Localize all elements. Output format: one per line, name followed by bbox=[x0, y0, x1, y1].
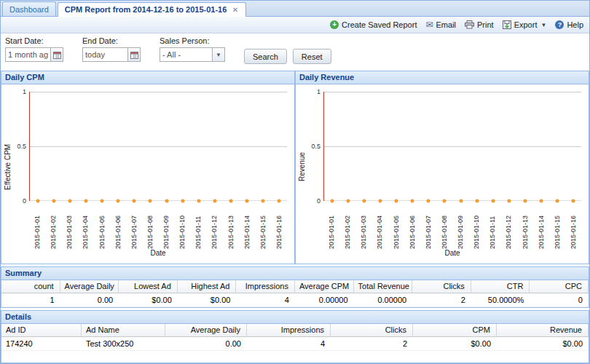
data-point bbox=[62, 92, 78, 201]
column-header[interactable]: Revenue bbox=[497, 324, 589, 337]
y-tick: 1 bbox=[317, 88, 320, 95]
column-header[interactable]: Ad Name bbox=[82, 324, 165, 337]
column-header[interactable]: Lowest Ad bbox=[119, 280, 178, 293]
tab-close-icon[interactable]: ✕ bbox=[231, 6, 239, 14]
column-header[interactable]: Average CPM bbox=[295, 280, 354, 293]
data-point bbox=[533, 92, 549, 201]
tab-cpm-report[interactable]: CPM Report from 2014-12-16 to 2015-01-16… bbox=[58, 2, 247, 17]
data-point bbox=[485, 92, 501, 201]
report-toolbar: + Create Saved Report ✉ Email Print bbox=[1, 17, 589, 33]
x-tick-label: 2015-01-03 bbox=[61, 203, 77, 249]
y-axis-title: Revenue bbox=[296, 84, 307, 249]
summary-cell: 1 bbox=[1, 293, 60, 307]
y-tick: 0.5 bbox=[17, 143, 26, 150]
end-date-input[interactable] bbox=[82, 47, 127, 62]
data-point bbox=[469, 92, 485, 201]
export-label: Export bbox=[514, 20, 538, 29]
end-date-calendar-icon[interactable] bbox=[127, 47, 141, 62]
summary-data-row[interactable]: 1 0.00 $0.00 $0.00 4 0.00000 0.00000 2 5… bbox=[1, 293, 589, 307]
data-point bbox=[191, 92, 207, 201]
column-header[interactable]: CPM bbox=[413, 324, 497, 337]
data-point bbox=[159, 92, 175, 201]
sales-person-select[interactable]: - All - bbox=[160, 47, 212, 62]
create-saved-report-button[interactable]: + Create Saved Report bbox=[330, 20, 417, 29]
column-header[interactable]: Clicks bbox=[412, 280, 471, 293]
email-label: Email bbox=[436, 20, 457, 29]
x-tick-label: 2015-01-04 bbox=[77, 203, 93, 249]
filter-actions: Search Reset bbox=[244, 49, 331, 64]
details-header-row: Ad ID Ad Name Average Daily Impressions … bbox=[1, 324, 589, 337]
data-point bbox=[207, 92, 223, 201]
summary-cell: 0.00000 bbox=[295, 293, 354, 307]
column-header[interactable]: CTR bbox=[471, 280, 530, 293]
data-point bbox=[436, 92, 452, 201]
chevron-down-icon: ▼ bbox=[540, 22, 546, 28]
daily-cpm-panel-title: Daily CPM bbox=[1, 71, 294, 84]
column-header[interactable]: Average Daily bbox=[165, 324, 247, 337]
details-cell: 174240 bbox=[1, 337, 82, 351]
y-tick: 0.5 bbox=[311, 143, 320, 150]
export-button[interactable]: Export ▼ bbox=[503, 20, 547, 29]
x-tick-label: 2015-01-14 bbox=[533, 203, 549, 249]
help-label: Help bbox=[567, 20, 583, 29]
envelope-icon: ✉ bbox=[425, 20, 433, 29]
x-tick-label: 2015-01-07 bbox=[126, 203, 142, 249]
column-header[interactable]: Total Revenue bbox=[354, 280, 413, 293]
details-panel-title: Details bbox=[1, 311, 589, 324]
column-header[interactable]: Ad ID bbox=[1, 324, 82, 337]
email-button[interactable]: ✉ Email bbox=[425, 20, 456, 29]
y-tick: 0 bbox=[23, 197, 26, 205]
column-header[interactable]: Highest Ad bbox=[178, 280, 237, 293]
x-tick-label: 2015-01-12 bbox=[500, 203, 516, 249]
x-tick-label: 2015-01-07 bbox=[420, 203, 436, 249]
x-tick-label: 2015-01-10 bbox=[468, 203, 484, 249]
help-button[interactable]: ? Help bbox=[555, 20, 583, 29]
x-tick-label: 2015-01-11 bbox=[190, 203, 206, 249]
column-header[interactable]: Average Daily bbox=[60, 280, 119, 293]
x-tick-label: 2015-01-10 bbox=[174, 203, 190, 249]
x-tick-label: 2015-01-09 bbox=[158, 203, 174, 249]
charts-row: Daily CPM Effective CPM 1 0.5 0 2015-01-… bbox=[1, 71, 589, 264]
start-date-input[interactable] bbox=[5, 47, 50, 62]
reset-button[interactable]: Reset bbox=[293, 49, 331, 64]
x-tick-label: 2015-01-13 bbox=[223, 203, 239, 249]
printer-icon bbox=[465, 20, 474, 29]
tab-dashboard[interactable]: Dashboard bbox=[2, 1, 56, 16]
plus-circle-icon: + bbox=[330, 20, 339, 29]
column-header[interactable]: Impressions bbox=[236, 280, 295, 293]
data-point bbox=[78, 92, 94, 201]
data-point bbox=[94, 92, 110, 201]
column-header[interactable]: Impressions bbox=[247, 324, 331, 337]
column-header[interactable]: count bbox=[1, 280, 60, 293]
filter-bar: Start Date: End Date: bbox=[1, 33, 589, 69]
column-header[interactable]: Clicks bbox=[331, 324, 413, 337]
tab-bar: Dashboard CPM Report from 2014-12-16 to … bbox=[1, 1, 589, 17]
sales-person-dropdown-icon[interactable]: ▼ bbox=[212, 47, 225, 62]
sales-person-value: - All - bbox=[162, 50, 181, 59]
x-tick-label: 2015-01-03 bbox=[355, 203, 371, 249]
data-point bbox=[420, 92, 436, 201]
print-label: Print bbox=[477, 20, 494, 29]
details-data-row[interactable]: 174240 Test 300x250 0.00 4 2 $0.00 $0.00 bbox=[1, 337, 589, 351]
tab-dashboard-label: Dashboard bbox=[9, 5, 49, 14]
column-header[interactable]: CPC bbox=[530, 280, 589, 293]
summary-panel: Summary count Average Daily Lowest Ad Hi… bbox=[1, 266, 589, 308]
data-point bbox=[372, 92, 388, 201]
y-axis-ticks: 1 0.5 0 bbox=[13, 92, 29, 201]
start-date-calendar-icon[interactable] bbox=[50, 47, 63, 62]
x-ticks: 2015-01-012015-01-022015-01-032015-01-04… bbox=[323, 201, 581, 249]
summary-panel-title: Summary bbox=[1, 267, 589, 280]
daily-cpm-panel: Daily CPM Effective CPM 1 0.5 0 2015-01-… bbox=[1, 71, 295, 264]
details-cell: 4 bbox=[247, 337, 331, 351]
x-tick-label: 2015-01-08 bbox=[436, 203, 452, 249]
x-tick-label: 2015-01-14 bbox=[239, 203, 255, 249]
plot-area bbox=[29, 92, 287, 201]
data-point bbox=[517, 92, 533, 201]
details-panel: Details Ad ID Ad Name Average Daily Impr… bbox=[1, 310, 589, 363]
print-button[interactable]: Print bbox=[465, 20, 494, 29]
start-date-group: Start Date: bbox=[5, 36, 63, 62]
end-date-label: End Date: bbox=[82, 36, 141, 45]
summary-header-row: count Average Daily Lowest Ad Highest Ad… bbox=[1, 280, 589, 293]
x-tick-label: 2015-01-06 bbox=[404, 203, 420, 249]
search-button[interactable]: Search bbox=[244, 49, 287, 64]
